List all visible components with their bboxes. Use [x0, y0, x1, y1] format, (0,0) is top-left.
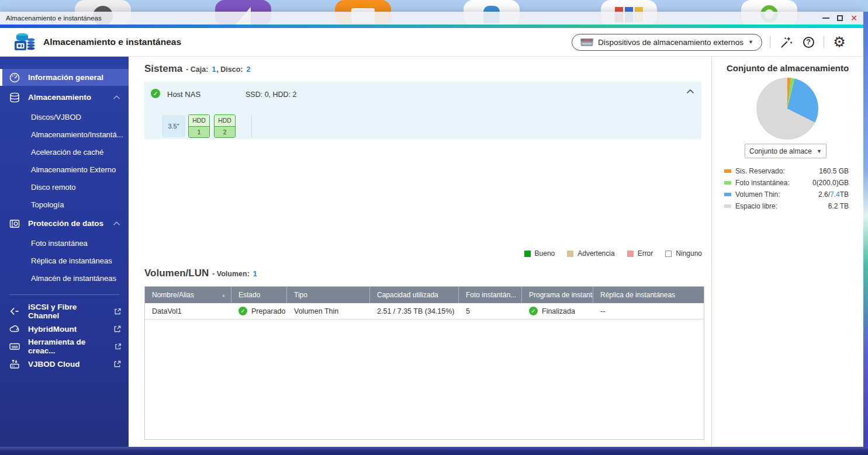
- sidebar-item-topologia[interactable]: Topología: [0, 196, 129, 213]
- storage-pool-panel: Conjunto de almacenamiento Conjunto de a…: [712, 57, 863, 447]
- legend-label: Advertencia: [577, 249, 614, 258]
- vjbod-cloud-icon: [9, 358, 20, 370]
- cell-schedule: ✓ Finalizada: [522, 303, 593, 319]
- legend-label: Foto instantánea:: [735, 179, 790, 187]
- sidebar-item-informacion-general[interactable]: Información general: [0, 69, 129, 86]
- legend-swatch-warning: [567, 251, 573, 257]
- close-button[interactable]: ✕: [850, 15, 857, 21]
- legend-label: Bueno: [535, 249, 555, 258]
- storage-snapshots-window: Almacenamiento e instantáneas ✕ Almacena…: [0, 12, 863, 447]
- column-header-foto-instantanea[interactable]: Foto instantán...: [459, 287, 522, 303]
- sidebar-item-label: Almacenamiento: [28, 93, 91, 102]
- sidebar-item-label: Información general: [28, 73, 103, 82]
- sidebar-item-iscsi-fibre-channel[interactable]: iSCSI y Fibre Channel: [0, 303, 129, 320]
- help-icon[interactable]: ?: [801, 34, 816, 50]
- sidebar-subitem-label: Topología: [31, 200, 64, 209]
- cell-replica: --: [593, 303, 704, 319]
- volume-section-heading: Volumen/LUN - Volumen: 1: [144, 268, 257, 279]
- sidebar-item-disco-remoto[interactable]: Disco remoto: [0, 178, 129, 196]
- gauge-icon: [9, 72, 20, 84]
- app-header: Almacenamiento e instantáneas RAID Dispo…: [0, 28, 863, 57]
- table-row-datavol1[interactable]: DataVol1 ✓ Preparado Volumen Thin 2.51 /…: [145, 303, 704, 319]
- legend-label: Error: [638, 249, 653, 258]
- sidebar-item-almacen-instantaneas[interactable]: Almacén de instantáneas: [0, 269, 129, 287]
- storage-pool-selector[interactable]: Conjunto de almace ▼: [745, 144, 826, 158]
- column-header-tipo[interactable]: Tipo: [287, 287, 370, 303]
- column-header-nombre-alias[interactable]: Nombre/Alias ▲: [145, 287, 231, 303]
- column-label: Foto instantán...: [466, 291, 516, 299]
- disk-label: , Disco:: [216, 65, 243, 74]
- sidebar-subitem-label: Almacenamiento Externo: [31, 165, 116, 174]
- disk-number-label: 1: [189, 127, 209, 138]
- volume-count-label: - Volumen:: [212, 270, 250, 278]
- cell-name: DataVol1: [145, 303, 231, 319]
- header-divider: [824, 36, 824, 48]
- disk-status-legend: Bueno Advertencia Error Ninguno: [524, 249, 702, 258]
- disk-slot-hdd2[interactable]: HDD 2: [214, 114, 236, 138]
- external-devices-button[interactable]: RAID Dispositivos de almacenamiento exte…: [572, 34, 762, 51]
- sidebar-item-label: Protección de datos: [28, 219, 103, 228]
- system-section-heading: Sistema - Caja: 1 , Disco: 2: [144, 63, 250, 75]
- volume-count: 1: [253, 270, 257, 278]
- legend-swatch: [724, 204, 731, 208]
- cell-snapshots: 5: [459, 303, 522, 319]
- legend-label: Espacio libre:: [735, 202, 777, 210]
- cloud-icon: [9, 323, 20, 335]
- collapse-chevron-icon[interactable]: [686, 89, 694, 94]
- sidebar-item-replica-instantaneas[interactable]: Réplica de instantáneas: [0, 252, 129, 269]
- sidebar-item-label: Herramienta de creac...: [28, 338, 106, 355]
- form-factor-label: 3.5": [162, 115, 185, 137]
- legend-value: 0(200.0)GB: [812, 179, 849, 187]
- sidebar-item-herramienta-creacion[interactable]: SSD Herramienta de creac...: [0, 338, 129, 355]
- legend-swatch: [724, 169, 731, 173]
- sidebar-item-almacenamiento[interactable]: Almacenamiento: [0, 89, 129, 106]
- minimize-button[interactable]: [822, 18, 829, 19]
- sidebar-item-hybridmount[interactable]: HybridMount: [0, 320, 129, 338]
- volume-table: Nombre/Alias ▲ Estado Tipo Capacidad uti…: [144, 286, 704, 440]
- external-link-icon: [114, 342, 122, 351]
- column-label: Réplica de instantáneas: [600, 291, 675, 299]
- chevron-up-icon[interactable]: [113, 95, 120, 100]
- legend-row-sis-reservado: Sis. Reservado: 160.5 GB: [724, 165, 849, 177]
- disk-number-label: 2: [215, 127, 235, 138]
- sort-ascending-icon: ▲: [222, 293, 226, 297]
- sidebar-item-foto-instantanea[interactable]: Foto instantánea: [0, 234, 129, 252]
- sidebar-item-proteccion-datos[interactable]: Protección de datos: [0, 215, 129, 232]
- smart-assistant-wand-icon[interactable]: [778, 34, 793, 50]
- sidebar-item-discos-vjbod[interactable]: Discos/VJBOD: [0, 108, 129, 126]
- column-header-estado[interactable]: Estado: [231, 287, 287, 303]
- sidebar-item-aceleracion-cache[interactable]: Aceleración de caché: [0, 143, 129, 161]
- sidebar-item-vjbod-cloud[interactable]: VJBOD Cloud: [0, 355, 129, 373]
- storage-pie-chart: [756, 78, 818, 140]
- window-title: Almacenamiento e instantáneas: [6, 15, 102, 22]
- maximize-button[interactable]: [837, 15, 843, 21]
- column-header-programa[interactable]: Programa de instantáneas: [522, 287, 593, 303]
- disk-slot-hdd1[interactable]: HDD 1: [188, 114, 210, 138]
- main-content: Sistema - Caja: 1 , Disco: 2 ✓ Host NAS …: [129, 57, 712, 447]
- chevron-up-icon[interactable]: [113, 221, 120, 226]
- external-link-icon: [113, 360, 122, 369]
- legend-item-ninguno: Ninguno: [665, 249, 702, 258]
- sidebar-item-almacenamiento-instantaneas[interactable]: Almacenamiento/Instantá...: [0, 126, 129, 143]
- header-divider: [770, 36, 770, 48]
- svg-text:SSD: SSD: [12, 345, 18, 349]
- sidebar-item-almacenamiento-externo[interactable]: Almacenamiento Externo: [0, 161, 129, 178]
- column-label: Tipo: [294, 291, 307, 299]
- external-devices-label: Dispositivos de almacenamiento externos: [598, 38, 743, 47]
- settings-gear-icon[interactable]: ⚙: [832, 34, 847, 50]
- enclosure-count: 1: [212, 65, 216, 74]
- enclosure-label: - Caja:: [186, 65, 208, 74]
- legend-value: 2.6/7.4TB: [818, 190, 849, 199]
- sidebar-subitem-label: Almacén de instantáneas: [31, 274, 116, 283]
- storage-pool-title: Conjunto de almacenamiento: [712, 63, 863, 73]
- external-link-icon: [113, 325, 122, 334]
- window-titlebar: Almacenamiento e instantáneas ✕: [0, 12, 863, 25]
- sidebar-divider: [9, 294, 119, 295]
- column-header-capacidad[interactable]: Capacidad utilizada: [370, 287, 459, 303]
- host-name: Host NAS: [167, 90, 200, 99]
- column-header-replica[interactable]: Réplica de instantáneas: [593, 287, 704, 303]
- slot-divider: [251, 115, 252, 137]
- legend-value: 160.5 GB: [819, 167, 849, 175]
- ssd-icon: SSD: [9, 341, 20, 352]
- sidebar-subitem-label: Réplica de instantáneas: [31, 256, 112, 265]
